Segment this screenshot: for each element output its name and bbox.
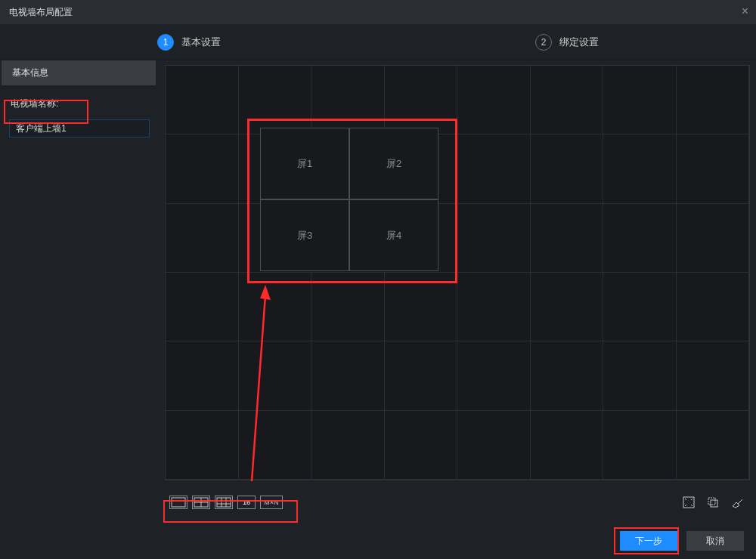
fit-screen-icon: [683, 496, 695, 508]
screen-2[interactable]: 屏2: [349, 128, 438, 199]
dialog-title: 电视墙布局配置: [9, 6, 73, 19]
layout-mxn-label: M×N: [264, 499, 278, 506]
step-2-number: 2: [535, 34, 552, 51]
cancel-button[interactable]: 取消: [686, 531, 744, 551]
step-1-number: 1: [157, 34, 174, 51]
svg-rect-13: [711, 500, 717, 507]
svg-rect-2: [172, 498, 185, 507]
next-button[interactable]: 下一步: [620, 531, 677, 551]
sidebar: 基本信息 电视墙名称:: [0, 60, 159, 523]
close-icon[interactable]: ×: [742, 5, 748, 18]
bottom-toolbar: 16 M×N: [165, 490, 750, 515]
svg-rect-12: [708, 498, 715, 505]
brush-icon: [730, 496, 744, 508]
layout-3x3-button[interactable]: [215, 496, 233, 509]
step-basic-settings[interactable]: 1 基本设置: [0, 34, 378, 51]
svg-line-14: [738, 499, 742, 504]
layout-1x1-icon: [171, 497, 186, 508]
wall-name-label: 电视墙名称:: [0, 93, 159, 115]
step-1-label: 基本设置: [181, 36, 221, 49]
svg-rect-6: [217, 498, 231, 507]
screen-group[interactable]: 屏1 屏2 屏3 屏4: [260, 128, 438, 271]
layout-2x2-button[interactable]: [192, 496, 210, 509]
screen-1[interactable]: 屏1: [260, 128, 349, 199]
titlebar: 电视墙布局配置 ×: [0, 0, 756, 24]
screen-4[interactable]: 屏4: [349, 199, 438, 271]
dialog-footer: 下一步 取消: [0, 523, 756, 559]
fit-screen-button[interactable]: [682, 496, 696, 509]
sidebar-section-basic-info[interactable]: 基本信息: [2, 60, 156, 85]
layout-grid[interactable]: 屏1 屏2 屏3 屏4: [165, 65, 750, 480]
clear-button[interactable]: [730, 496, 744, 509]
layout-3x3-icon: [216, 497, 231, 508]
copy-button[interactable]: [706, 496, 720, 509]
step-indicator: 1 基本设置 2 绑定设置: [0, 24, 756, 60]
layout-2x2-icon: [194, 497, 209, 508]
step-binding-settings[interactable]: 2 绑定设置: [378, 34, 756, 51]
layout-canvas-area: 屏1 屏2 屏3 屏4: [159, 60, 756, 523]
layout-16-button[interactable]: 16: [237, 496, 256, 509]
layout-mxn-button[interactable]: M×N: [260, 496, 283, 509]
screen-3[interactable]: 屏3: [260, 199, 349, 271]
copy-icon: [707, 496, 719, 508]
layout-1x1-button[interactable]: [169, 496, 187, 509]
layout-16-label: 16: [243, 499, 250, 506]
wall-name-input[interactable]: [9, 119, 150, 137]
step-2-label: 绑定设置: [559, 36, 599, 49]
